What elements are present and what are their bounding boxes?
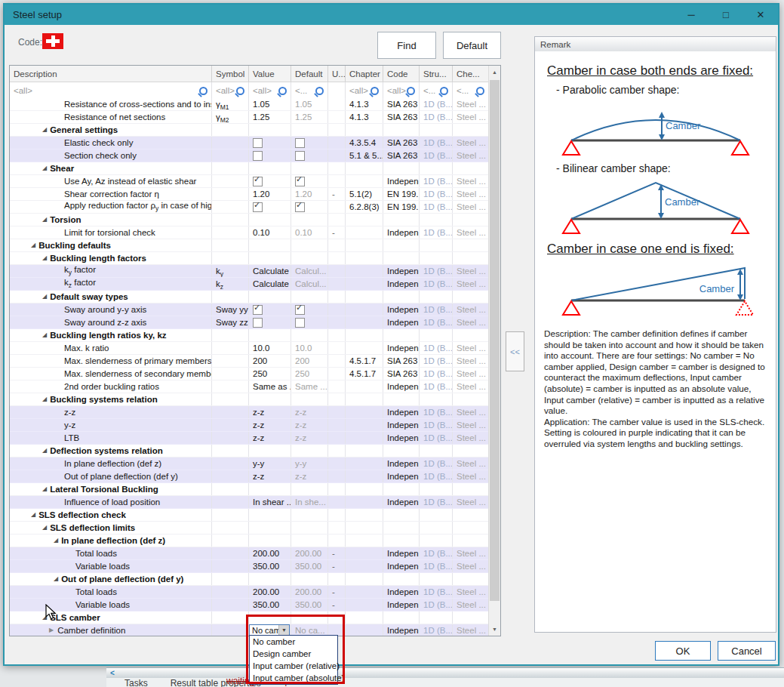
- setting-row[interactable]: Out of plane deflection (def y)z-zz-zInd…: [10, 470, 488, 483]
- column-header-code[interactable]: Code: [383, 66, 420, 82]
- collapse-triangle-icon[interactable]: ◢: [42, 252, 47, 264]
- setting-row[interactable]: Section check only5.1 & 5...SIA 2631D (B…: [10, 149, 488, 162]
- column-header-chapter[interactable]: Chapter: [346, 66, 383, 82]
- column-filter[interactable]: <all>: [383, 82, 420, 99]
- value-cell[interactable]: In shear ...: [249, 496, 291, 508]
- default-button[interactable]: Default: [443, 32, 501, 59]
- scrollbar-thumb[interactable]: [490, 80, 500, 601]
- value-cell[interactable]: Calculate: [249, 278, 291, 290]
- value-cell[interactable]: 200: [249, 355, 291, 367]
- background-scrollbar[interactable]: <: [106, 667, 784, 678]
- setting-row[interactable]: Use Ay, Az instead of elastic shearIndep…: [10, 175, 488, 188]
- search-icon[interactable]: [407, 87, 415, 95]
- settings-grid[interactable]: DescriptionSymbolValueDefaultU...Chapter…: [9, 65, 501, 636]
- collapse-triangle-icon[interactable]: ◢: [42, 214, 47, 226]
- collapse-triangle-icon[interactable]: ◢: [54, 535, 58, 547]
- search-icon[interactable]: [199, 87, 208, 95]
- column-filter[interactable]: <all>: [10, 82, 212, 99]
- group-row[interactable]: ◢SLS deflection limits: [10, 522, 488, 535]
- setting-row[interactable]: Max. k ratio10.010.0Indepen...1D (B...St…: [10, 342, 488, 355]
- collapse-triangle-icon[interactable]: ◢: [42, 124, 47, 136]
- value-cell[interactable]: 200.00: [249, 547, 291, 559]
- checkbox-unchecked[interactable]: [295, 151, 305, 161]
- setting-row[interactable]: Max. slenderness of primary members20020…: [10, 355, 488, 368]
- dropdown-option[interactable]: Input camber (absolute): [250, 672, 337, 684]
- checkbox-checked[interactable]: [295, 177, 305, 186]
- column-filter[interactable]: <...: [420, 82, 453, 99]
- checkbox-unchecked[interactable]: [295, 318, 305, 328]
- find-button[interactable]: Find: [377, 32, 436, 59]
- setting-row[interactable]: Variable loads350.00350.00-Indepen...1D …: [10, 599, 488, 612]
- group-row[interactable]: ◢Lateral Torsional Buckling: [10, 483, 488, 496]
- value-cell[interactable]: 350.00: [249, 599, 291, 611]
- checkbox-checked[interactable]: [253, 202, 263, 212]
- search-icon[interactable]: [370, 87, 379, 95]
- setting-row[interactable]: Limit for torsional check0.100.10-Indepe…: [10, 226, 488, 239]
- setting-row[interactable]: ▶Camber definitionNo camb▼No ca...Indepe…: [10, 624, 488, 636]
- value-cell[interactable]: 10.0: [249, 342, 291, 354]
- setting-row[interactable]: Elastic check only4.3.5.4SIA 2631D (B...…: [10, 137, 488, 149]
- group-row[interactable]: ◢Buckling length ratios ky, kz: [10, 329, 488, 342]
- column-header-value[interactable]: Value: [249, 66, 291, 82]
- value-cell[interactable]: 250: [249, 368, 291, 380]
- search-icon[interactable]: [278, 87, 287, 95]
- value-cell[interactable]: y-y: [249, 457, 291, 470]
- value-cell[interactable]: z-z: [249, 470, 291, 482]
- value-cell[interactable]: Same as ...: [249, 380, 291, 393]
- group-row[interactable]: ◢Deflection systems relation: [10, 445, 488, 457]
- setting-row[interactable]: Apply reduction factor ρy in case of hig…: [10, 201, 488, 214]
- setting-row[interactable]: Variable loads350.00350.00-Indepen...1D …: [10, 560, 488, 573]
- column-header-che[interactable]: Che...: [453, 66, 489, 82]
- grid-vertical-scrollbar[interactable]: ▲ ▼: [488, 66, 500, 636]
- checkbox-checked[interactable]: [253, 305, 263, 315]
- setting-row[interactable]: Total loads200.00200.00-Indepen...1D (B.…: [10, 586, 488, 599]
- value-cell[interactable]: [249, 316, 291, 328]
- collapse-triangle-icon[interactable]: ◢: [42, 162, 47, 174]
- value-cell[interactable]: [249, 149, 291, 162]
- setting-row[interactable]: 2nd order buckling ratiosSame as ...Same…: [10, 380, 488, 393]
- title-bar[interactable]: Steel setup ─ □ ✕: [5, 5, 778, 25]
- value-cell[interactable]: [249, 201, 291, 213]
- group-row[interactable]: ◢Buckling systems relation: [10, 393, 488, 406]
- chevron-down-icon[interactable]: ▼: [278, 625, 289, 636]
- checkbox-unchecked[interactable]: [295, 138, 305, 148]
- setting-row[interactable]: Resistance of cross-sections and to ins.…: [10, 98, 488, 111]
- column-filter[interactable]: <all>: [249, 82, 291, 99]
- value-cell[interactable]: 1.05: [249, 98, 291, 110]
- collapse-triangle-icon[interactable]: ◢: [42, 329, 47, 341]
- checkbox-unchecked[interactable]: [253, 151, 263, 161]
- setting-row[interactable]: Sway around z-z axisSway zzIndepen...1D …: [10, 316, 488, 329]
- column-filter[interactable]: <all>: [346, 82, 383, 99]
- column-header-symbol[interactable]: Symbol: [212, 66, 249, 82]
- value-cell[interactable]: z-z: [249, 406, 291, 418]
- search-icon[interactable]: [440, 87, 448, 95]
- maximize-icon[interactable]: □: [709, 5, 743, 25]
- value-cell[interactable]: 200.00: [249, 586, 291, 598]
- column-header-description[interactable]: Description: [10, 66, 212, 82]
- group-row[interactable]: ◢SLS deflection check: [10, 509, 488, 522]
- checkbox-checked[interactable]: [295, 305, 305, 315]
- value-cell[interactable]: [249, 137, 291, 149]
- group-row[interactable]: ◢SLS camber: [10, 612, 488, 624]
- search-icon[interactable]: [236, 87, 244, 95]
- setting-row[interactable]: kz factorkzCalculateCalcul...Indepen...1…: [10, 278, 488, 291]
- setting-row[interactable]: y-zz-zz-zIndepen...1D (B...Steel ...: [10, 419, 488, 432]
- dropdown-option[interactable]: Input camber (relative): [250, 660, 337, 672]
- group-row[interactable]: ◢In plane deflection (def z): [10, 535, 488, 547]
- close-icon[interactable]: ✕: [743, 5, 778, 25]
- value-cell[interactable]: 0.10: [249, 226, 291, 239]
- setting-row[interactable]: Sway around y-y axisSway yyIndepen...1D …: [10, 303, 488, 316]
- collapse-triangle-icon[interactable]: ◢: [42, 522, 47, 534]
- cancel-button[interactable]: Cancel: [718, 641, 776, 661]
- dropdown-option[interactable]: No camber: [250, 636, 337, 648]
- minimize-icon[interactable]: ─: [674, 5, 709, 25]
- collapse-triangle-icon[interactable]: ◢: [31, 509, 35, 521]
- value-cell[interactable]: [249, 175, 291, 187]
- scroll-left-icon[interactable]: <: [110, 669, 115, 677]
- column-header-u[interactable]: U...: [328, 66, 346, 82]
- column-header-stru[interactable]: Stru...: [420, 66, 453, 82]
- column-filter[interactable]: <all>: [212, 82, 249, 99]
- value-cell[interactable]: z-z: [249, 432, 291, 444]
- scroll-down-icon[interactable]: ▼: [489, 623, 500, 636]
- dropdown-option[interactable]: Design camber: [250, 648, 337, 660]
